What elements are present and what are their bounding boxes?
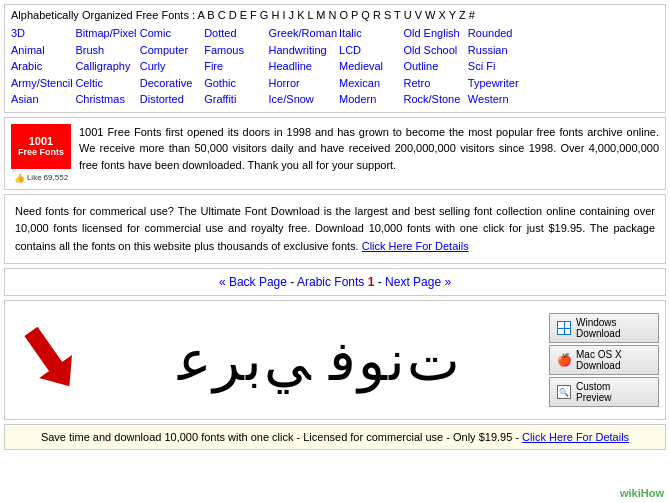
bottom-bar: Save time and download 10,000 fonts with…	[4, 424, 666, 450]
mac-download-button[interactable]: 🍎 Mac OS XDownload	[549, 345, 659, 375]
font-link-celtic[interactable]: Celtic	[75, 75, 137, 92]
font-link-calligraphy[interactable]: Calligraphy	[75, 58, 137, 75]
logo-sub-text: Free Fonts	[18, 147, 64, 157]
font-link-modern[interactable]: Modern	[339, 91, 401, 108]
custom-preview-label: CustomPreview	[576, 381, 612, 403]
alpha-letters: A B C D E F G H I J K L M N O P Q R S T …	[198, 9, 475, 21]
font-link-arabic[interactable]: Arabic	[11, 58, 73, 75]
wiki-suffix: How	[641, 487, 664, 499]
font-col-5: Greek/Roman Handwriting Headline Horror …	[269, 25, 337, 108]
font-link-fire[interactable]: Fire	[204, 58, 266, 75]
font-link-gothic[interactable]: Gothic	[204, 75, 266, 92]
nav-sep1: -	[290, 275, 297, 289]
font-link-icesnow[interactable]: Ice/Snow	[269, 91, 337, 108]
font-link-computer[interactable]: Computer	[140, 42, 202, 59]
font-link-old-school[interactable]: Old School	[403, 42, 465, 59]
font-link-distorted[interactable]: Distorted	[140, 91, 202, 108]
custom-icon: 🔍	[556, 384, 572, 400]
back-page-link[interactable]: « Back Page	[219, 275, 287, 289]
font-link-lcd[interactable]: LCD	[339, 42, 401, 59]
arabic-fonts-link[interactable]: Arabic Fonts	[297, 275, 364, 289]
alpha-title-text: Alphabetically Organized Free Fonts :	[11, 9, 195, 21]
next-page-link[interactable]: Next Page »	[385, 275, 451, 289]
wikihow-watermark: wikiHow	[620, 487, 664, 499]
alpha-section: Alphabetically Organized Free Fonts : A …	[4, 4, 666, 113]
font-link-italic[interactable]: Italic	[339, 25, 401, 42]
logo-counter: 👍 Like 69,552	[14, 173, 68, 183]
logo-main-text: 1001	[29, 135, 53, 147]
bottom-bar-link[interactable]: Click Here For Details	[522, 431, 629, 443]
wiki-prefix: wiki	[620, 487, 641, 499]
nav-section: « Back Page - Arabic Fonts 1 - Next Page…	[4, 268, 666, 296]
arrow-icon	[21, 320, 81, 400]
banner-logo: 1001 Free Fonts	[11, 124, 71, 169]
font-link-graffiti[interactable]: Graffiti	[204, 91, 266, 108]
font-link-animal[interactable]: Animal	[11, 42, 73, 59]
font-link-old-english[interactable]: Old English	[403, 25, 465, 42]
font-link-horror[interactable]: Horror	[269, 75, 337, 92]
banner-text: 1001 Free Fonts first opened its doors i…	[79, 124, 659, 174]
font-link-mexican[interactable]: Mexican	[339, 75, 401, 92]
font-link-rock[interactable]: Rock/Stone	[403, 91, 465, 108]
current-page: 1	[368, 275, 375, 289]
font-link-headline[interactable]: Headline	[269, 58, 337, 75]
arabic-text-container: ﺕﻧﻮﻓ ﻲﺑﺮﻋ	[91, 328, 549, 393]
font-link-curly[interactable]: Curly	[140, 58, 202, 75]
font-link-christmas[interactable]: Christmas	[75, 91, 137, 108]
alpha-title: Alphabetically Organized Free Fonts : A …	[11, 9, 659, 21]
download-buttons: WindowsDownload 🍎 Mac OS XDownload 🔍 Cus…	[549, 313, 659, 407]
mac-download-label: Mac OS XDownload	[576, 349, 622, 371]
font-link-famous[interactable]: Famous	[204, 42, 266, 59]
commercial-text: Need fonts for commerical use? The Ultim…	[15, 205, 655, 252]
mac-icon: 🍎	[556, 352, 572, 368]
font-link-western[interactable]: Western	[468, 91, 530, 108]
windows-download-label: WindowsDownload	[576, 317, 620, 339]
font-link-handwriting[interactable]: Handwriting	[269, 42, 337, 59]
font-link-rounded[interactable]: Rounded	[468, 25, 530, 42]
font-link-brush[interactable]: Brush	[75, 42, 137, 59]
font-col-1: 3D Animal Arabic Army/Stencil Asian	[11, 25, 73, 108]
font-link-greek[interactable]: Greek/Roman	[269, 25, 337, 42]
preview-section: ﺕﻧﻮﻓ ﻲﺑﺮﻋ WindowsDownload 🍎 Mac OS XDown…	[4, 300, 666, 420]
font-col-8: Rounded Russian Sci Fi Typewriter Wester…	[468, 25, 530, 108]
font-col-2: Bitmap/Pixel Brush Calligraphy Celtic Ch…	[75, 25, 137, 108]
commercial-section: Need fonts for commerical use? The Ultim…	[4, 194, 666, 265]
banner-section: 1001 Free Fonts 👍 Like 69,552 1001 Free …	[4, 117, 666, 190]
font-link-retro[interactable]: Retro	[403, 75, 465, 92]
font-link-army[interactable]: Army/Stencil	[11, 75, 73, 92]
commercial-link[interactable]: Click Here For Details	[362, 240, 469, 252]
font-link-3d[interactable]: 3D	[11, 25, 73, 42]
font-link-outline[interactable]: Outline	[403, 58, 465, 75]
font-link-bitmap[interactable]: Bitmap/Pixel	[75, 25, 137, 42]
arrow-container	[11, 320, 91, 400]
windows-download-button[interactable]: WindowsDownload	[549, 313, 659, 343]
nav-sep2: -	[378, 275, 385, 289]
font-col-4: Dotted Famous Fire Gothic Graffiti	[204, 25, 266, 108]
font-link-scifi[interactable]: Sci Fi	[468, 58, 530, 75]
arabic-preview-text: ﺕﻧﻮﻓ ﻲﺑﺮﻋ	[178, 328, 462, 393]
font-link-comic[interactable]: Comic	[140, 25, 202, 42]
bottom-bar-text: Save time and download 10,000 fonts with…	[41, 431, 519, 443]
font-link-russian[interactable]: Russian	[468, 42, 530, 59]
font-link-medieval[interactable]: Medieval	[339, 58, 401, 75]
font-col-7: Old English Old School Outline Retro Roc…	[403, 25, 465, 108]
windows-icon	[556, 320, 572, 336]
custom-preview-button[interactable]: 🔍 CustomPreview	[549, 377, 659, 407]
font-link-asian[interactable]: Asian	[11, 91, 73, 108]
font-categories: 3D Animal Arabic Army/Stencil Asian Bitm…	[11, 25, 659, 108]
font-col-6: Italic LCD Medieval Mexican Modern	[339, 25, 401, 108]
counter-value: 69,552	[44, 173, 68, 182]
font-link-dotted[interactable]: Dotted	[204, 25, 266, 42]
font-col-3: Comic Computer Curly Decorative Distorte…	[140, 25, 202, 108]
font-link-typewriter[interactable]: Typewriter	[468, 75, 530, 92]
font-link-decorative[interactable]: Decorative	[140, 75, 202, 92]
counter-label: Like	[27, 173, 42, 182]
